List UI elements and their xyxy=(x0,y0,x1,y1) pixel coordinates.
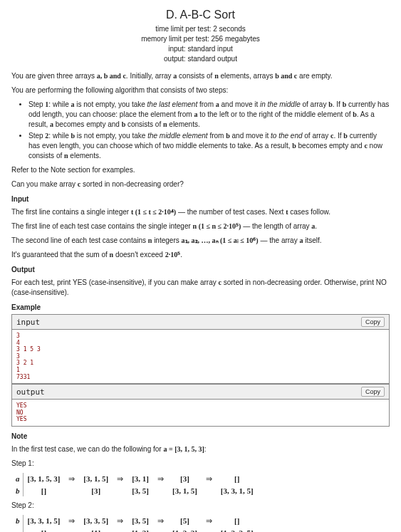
note-step2-label: Step 2: xyxy=(11,501,390,511)
statement-p1: You are given three arrays a, b and c. I… xyxy=(11,71,390,81)
note-step1-label: Step 1: xyxy=(11,459,390,469)
statement-p2: You are performing the following algorit… xyxy=(11,85,390,95)
output-title: Output xyxy=(11,266,390,273)
output-content: YES NO YES xyxy=(12,400,389,426)
example-title: Example xyxy=(11,303,390,311)
memory-limit: memory limit per test: 256 megabytes xyxy=(11,34,390,44)
input-p3: The second line of each test case contai… xyxy=(11,236,390,246)
note-p1: In the first test case, we can do the fo… xyxy=(11,444,390,454)
statement-p3: Refer to the Note section for examples. xyxy=(11,165,390,175)
output-box: output Copy YES NO YES xyxy=(11,384,390,427)
step-2: Step 2: while b is not empty, you take t… xyxy=(28,131,390,161)
copy-output-button[interactable]: Copy xyxy=(361,387,385,397)
input-p1: The first line contains a single integer… xyxy=(11,207,390,217)
output-spec: output: standard output xyxy=(11,54,390,64)
input-p2: The first line of each test case contain… xyxy=(11,221,390,231)
time-limit: time limit per test: 2 seconds xyxy=(11,24,390,34)
output-label: output xyxy=(16,387,45,397)
input-spec: input: standard input xyxy=(11,44,390,54)
input-p4: It's guaranteed that the sum of n doesn'… xyxy=(11,250,390,260)
step2-table: b [3, 3, 1, 5]⇒ [3, 3, 5]⇒ [3, 5]⇒ [5]⇒ … xyxy=(11,515,258,532)
input-box: input Copy 3 4 3 1 5 3 3 3 2 1 1 7331 xyxy=(11,314,390,384)
step-1: Step 1: while a is not empty, you take t… xyxy=(28,100,390,130)
note-title: Note xyxy=(11,432,390,440)
problem-title: D. A-B-C Sort xyxy=(11,9,390,21)
output-p1: For each test, print YES (case-insensiti… xyxy=(11,278,390,298)
input-label: input xyxy=(16,318,40,327)
copy-input-button[interactable]: Copy xyxy=(361,317,385,327)
statement-p4: Can you make array c sorted in non-decre… xyxy=(11,179,390,189)
input-content: 3 4 3 1 5 3 3 3 2 1 1 7331 xyxy=(12,330,389,383)
step1-table: a [3, 1, 5, 3]⇒ [3, 1, 5]⇒ [3, 1]⇒ [3]⇒ … xyxy=(11,473,258,496)
input-title: Input xyxy=(11,195,390,203)
